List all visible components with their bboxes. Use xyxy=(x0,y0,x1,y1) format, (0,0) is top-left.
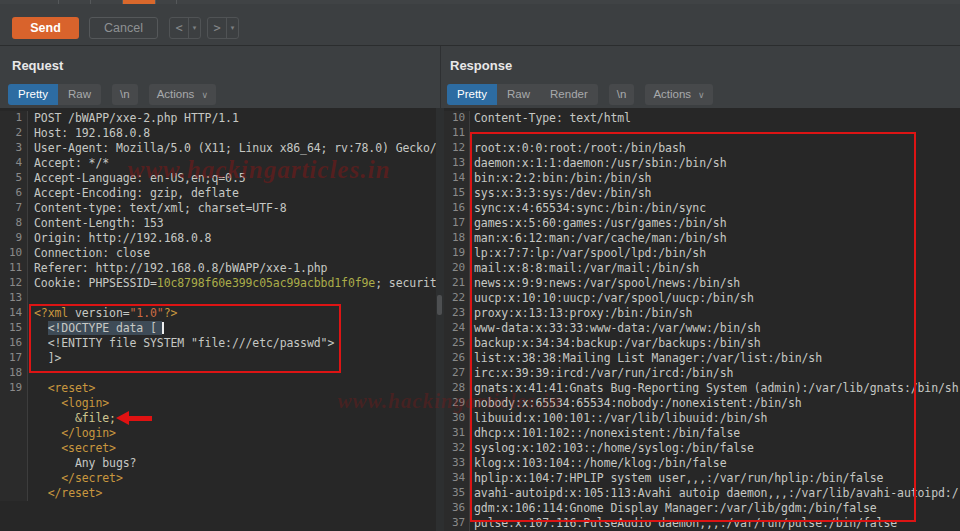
response-view-tabs: Pretty Raw Render \n Actions∨ xyxy=(447,84,713,105)
request-view-tabs: Pretty Raw \n Actions∨ xyxy=(8,84,216,105)
code-line[interactable]: 5Accept-Language: en-US,en;q=0.5 xyxy=(0,171,436,186)
annotation-arrow-icon xyxy=(116,410,156,426)
next-request-button[interactable]: > xyxy=(208,18,226,38)
line-number: 14 xyxy=(0,306,28,321)
code-text: POST /bWAPP/xxe-2.php HTTP/1.1 xyxy=(28,111,239,126)
request-scrollbar-thumb[interactable] xyxy=(437,295,442,315)
next-dropdown-icon[interactable]: ▾ xyxy=(226,18,238,38)
line-number: 33 xyxy=(444,456,470,471)
line-number: 15 xyxy=(0,321,28,336)
line-number: 4 xyxy=(0,156,28,171)
line-number: 16 xyxy=(0,336,28,351)
code-text: Host: 192.168.0.8 xyxy=(28,126,150,141)
line-number xyxy=(0,396,28,411)
code-line[interactable]: 11Referer: http://192.168.0.8/bWAPP/xxe-… xyxy=(0,261,436,276)
code-text: Accept-Language: en-US,en;q=0.5 xyxy=(28,171,246,186)
line-number: 11 xyxy=(0,261,28,276)
tab-actions-label: Actions xyxy=(653,88,691,100)
code-line[interactable]: </login> xyxy=(0,426,436,441)
line-number: 35 xyxy=(444,486,470,501)
tab-pretty[interactable]: Pretty xyxy=(8,84,58,105)
request-panel-title: Request xyxy=(12,58,63,73)
code-line[interactable]: 19 <reset> xyxy=(0,381,436,396)
code-line[interactable]: Any bugs? xyxy=(0,456,436,471)
chevron-down-icon: ∨ xyxy=(201,90,208,100)
line-number: 27 xyxy=(444,366,470,381)
next-request-button-group: > ▾ xyxy=(207,17,239,39)
line-number: 20 xyxy=(444,261,470,276)
code-line[interactable]: 10Connection: close xyxy=(0,246,436,261)
line-number: 15 xyxy=(444,186,470,201)
code-line[interactable]: <secret> xyxy=(0,441,436,456)
panel-divider xyxy=(440,46,441,108)
code-text: Content-Type: text/html xyxy=(470,111,631,126)
code-line[interactable]: 10Content-Type: text/html xyxy=(444,111,960,126)
line-number: 21 xyxy=(444,276,470,291)
line-number: 8 xyxy=(0,216,28,231)
chevron-down-icon: ∨ xyxy=(698,90,705,100)
tab-actions[interactable]: Actions∨ xyxy=(149,84,216,105)
code-text: Accept-Encoding: gzip, deflate xyxy=(28,186,239,201)
line-number xyxy=(0,426,28,441)
tab-raw[interactable]: Raw xyxy=(497,84,540,105)
code-text: </login> xyxy=(28,426,116,441)
line-number: 24 xyxy=(444,321,470,336)
line-number: 2 xyxy=(0,126,28,141)
tab-raw[interactable]: Raw xyxy=(58,84,101,105)
line-number: 13 xyxy=(444,156,470,171)
code-line[interactable]: 8Content-Length: 153 xyxy=(0,216,436,231)
code-line[interactable]: 7Content-type: text/xml; charset=UTF-8 xyxy=(0,201,436,216)
cancel-button[interactable]: Cancel xyxy=(89,17,158,39)
line-number: 19 xyxy=(444,246,470,261)
line-number: 16 xyxy=(444,201,470,216)
tab-pretty[interactable]: Pretty xyxy=(447,84,497,105)
line-number: 23 xyxy=(444,306,470,321)
code-text: Any bugs? xyxy=(28,456,136,471)
code-line[interactable]: 9Origin: http://192.168.0.8 xyxy=(0,231,436,246)
code-line[interactable]: 3User-Agent: Mozilla/5.0 (X11; Linux x86… xyxy=(0,141,436,156)
previous-dropdown-icon[interactable]: ▾ xyxy=(188,18,200,38)
code-text: Content-Length: 153 xyxy=(28,216,164,231)
code-line[interactable]: <login> xyxy=(0,396,436,411)
line-number xyxy=(0,456,28,471)
tab-actions[interactable]: Actions∨ xyxy=(645,84,712,105)
line-number: 3 xyxy=(0,141,28,156)
tab-linebreaks[interactable]: \n xyxy=(112,84,138,105)
line-number: 17 xyxy=(0,351,28,366)
tab-actions-label: Actions xyxy=(157,88,195,100)
code-text: Connection: close xyxy=(28,246,150,261)
line-number: 31 xyxy=(444,426,470,441)
line-number: 28 xyxy=(444,381,470,396)
line-number: 7 xyxy=(0,201,28,216)
code-text: <login> xyxy=(28,396,109,411)
line-number: 13 xyxy=(0,291,28,306)
line-number: 6 xyxy=(0,186,28,201)
code-text: Cookie: PHPSESSID=10c8798f60e399c05ac99a… xyxy=(28,276,436,291)
code-text: User-Agent: Mozilla/5.0 (X11; Linux x86_… xyxy=(28,141,436,156)
code-text: </secret> xyxy=(28,471,123,486)
code-line[interactable]: 6Accept-Encoding: gzip, deflate xyxy=(0,186,436,201)
line-number: 36 xyxy=(444,501,470,516)
line-number: 17 xyxy=(444,216,470,231)
line-number: 18 xyxy=(444,231,470,246)
line-number: 10 xyxy=(444,111,470,126)
code-line[interactable]: 1POST /bWAPP/xxe-2.php HTTP/1.1 xyxy=(0,111,436,126)
code-line[interactable]: </secret> xyxy=(0,471,436,486)
code-text: Origin: http://192.168.0.8 xyxy=(28,231,211,246)
code-line[interactable]: 2Host: 192.168.0.8 xyxy=(0,126,436,141)
line-number: 5 xyxy=(0,171,28,186)
tab-linebreaks[interactable]: \n xyxy=(609,84,635,105)
code-text: &file; xyxy=(28,411,116,426)
code-line[interactable]: </reset> xyxy=(0,486,436,501)
code-text: </reset> xyxy=(28,486,102,501)
send-button[interactable]: Send xyxy=(12,17,79,39)
line-number: 32 xyxy=(444,441,470,456)
line-number xyxy=(0,486,28,501)
code-text: Content-type: text/xml; charset=UTF-8 xyxy=(28,201,286,216)
previous-request-button[interactable]: < xyxy=(170,18,188,38)
tab-render[interactable]: Render xyxy=(540,84,598,105)
code-line[interactable]: &file; xyxy=(0,411,436,426)
code-line[interactable]: 4Accept: */* xyxy=(0,156,436,171)
burp-repeater-window: Send Cancel < ▾ > ▾ Request Response Pre… xyxy=(0,0,960,531)
code-line[interactable]: 12Cookie: PHPSESSID=10c8798f60e399c05ac9… xyxy=(0,276,436,291)
